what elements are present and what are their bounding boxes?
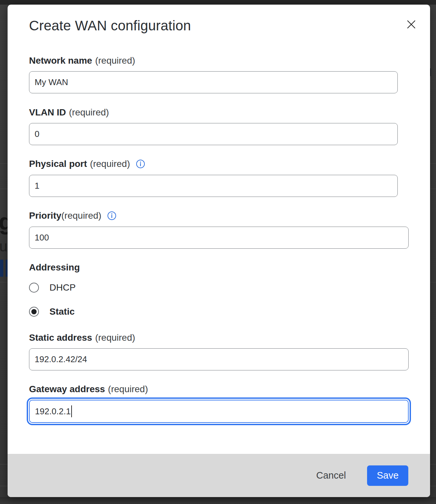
dialog-title: Create WAN configuration	[29, 18, 191, 34]
network-name-input[interactable]	[29, 71, 398, 93]
gateway-address-input[interactable]	[29, 400, 409, 423]
cancel-button[interactable]: Cancel	[310, 467, 352, 484]
close-button[interactable]	[404, 17, 419, 32]
vlan-id-input[interactable]	[29, 123, 398, 145]
backdrop-top-strip	[0, 0, 436, 5]
info-icon[interactable]	[107, 211, 116, 220]
network-name-label: Network name (required)	[29, 55, 135, 66]
info-icon[interactable]	[136, 159, 145, 169]
save-button[interactable]: Save	[367, 465, 408, 486]
addressing-radio-static[interactable]: Static	[29, 306, 75, 317]
backdrop-text-fragment: u	[0, 238, 7, 255]
close-icon	[406, 19, 417, 30]
text-caret	[71, 405, 72, 417]
gateway-address-field	[29, 400, 409, 423]
radio-button-icon	[29, 307, 39, 317]
addressing-heading: Addressing	[29, 262, 80, 273]
static-address-input[interactable]	[29, 348, 409, 370]
priority-label: Priority (required)	[29, 210, 116, 221]
create-wan-configuration-dialog: Create WAN configuration Network name (r…	[8, 5, 430, 497]
addressing-radio-dhcp[interactable]: DHCP	[29, 282, 76, 293]
backdrop-blue-button-fragment	[0, 260, 3, 277]
physical-port-input[interactable]	[29, 175, 398, 197]
vlan-id-label: VLAN ID (required)	[29, 107, 109, 118]
dialog-footer: Cancel Save	[8, 454, 430, 497]
backdrop-bottom-strip	[0, 497, 436, 504]
gateway-address-label: Gateway address (required)	[29, 384, 148, 394]
static-address-label: Static address (required)	[29, 332, 135, 343]
radio-button-icon	[29, 283, 39, 293]
physical-port-label: Physical port (required)	[29, 159, 145, 169]
priority-input[interactable]	[29, 227, 409, 249]
